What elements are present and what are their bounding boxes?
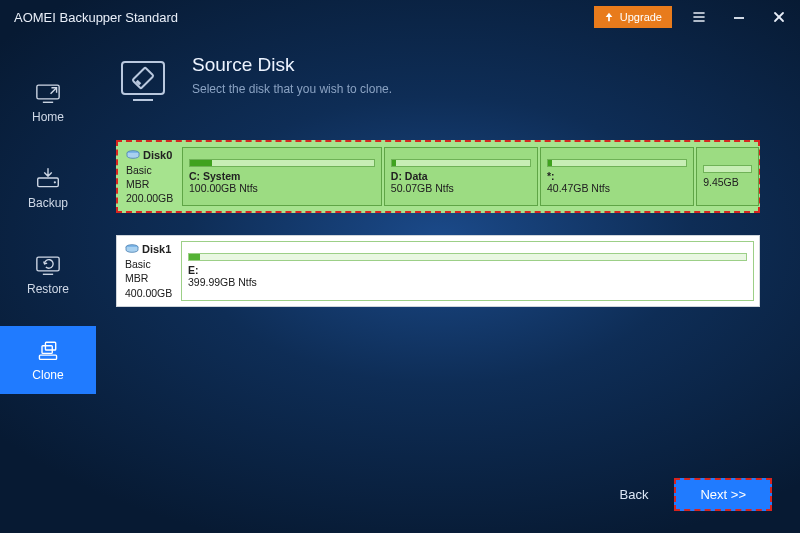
- disk-type: Basic MBR: [125, 257, 175, 285]
- minimize-icon: [732, 10, 746, 24]
- partition-size: 40.47GB Ntfs: [547, 182, 687, 194]
- upgrade-button[interactable]: Upgrade: [594, 6, 672, 28]
- usage-bar: [703, 165, 752, 173]
- sidebar-item-home[interactable]: Home: [0, 68, 96, 136]
- partition-size: 100.00GB Ntfs: [189, 182, 375, 194]
- source-disk-icon: [116, 56, 170, 104]
- app-window: AOMEI Backupper Standard Upgrade: [0, 0, 800, 533]
- app-title: AOMEI Backupper Standard: [14, 10, 594, 25]
- window-controls: [686, 4, 792, 30]
- usage-bar-fill: [190, 160, 212, 166]
- close-button[interactable]: [766, 4, 792, 30]
- partition-size: 50.07GB Ntfs: [391, 182, 531, 194]
- menu-button[interactable]: [686, 4, 712, 30]
- disk-name: Disk1: [142, 243, 171, 255]
- sidebar-item-label: Backup: [28, 196, 68, 210]
- partition-label: *:: [547, 170, 687, 182]
- partition[interactable]: C: System100.00GB Ntfs: [182, 147, 382, 206]
- sidebar-item-label: Restore: [27, 282, 69, 296]
- page-subtitle: Select the disk that you wish to clone.: [192, 82, 392, 96]
- partition-label: D: Data: [391, 170, 531, 182]
- disk-size: 200.00GB: [126, 191, 176, 205]
- clone-icon: [34, 338, 62, 362]
- restore-icon: [34, 252, 62, 276]
- usage-bar: [547, 159, 687, 167]
- next-button[interactable]: Next >>: [674, 478, 772, 511]
- page-header: Source Disk Select the disk that you wis…: [116, 54, 760, 104]
- back-button[interactable]: Back: [612, 481, 657, 508]
- window-body: Home Backup Restore: [0, 34, 800, 533]
- menu-icon: [692, 10, 706, 24]
- partition-size: 9.45GB: [703, 176, 752, 188]
- upgrade-button-label: Upgrade: [620, 11, 662, 23]
- disk-label: Disk1Basic MBR400.00GB: [117, 236, 181, 305]
- disk-icon: [125, 244, 139, 254]
- disk-row-disk1[interactable]: Disk1Basic MBR400.00GBE:399.99GB Ntfs: [116, 235, 760, 306]
- home-icon: [34, 80, 62, 104]
- svg-point-9: [54, 181, 56, 183]
- svg-rect-16: [132, 67, 153, 88]
- titlebar: AOMEI Backupper Standard Upgrade: [0, 0, 800, 34]
- sidebar: Home Backup Restore: [0, 34, 96, 533]
- sidebar-item-clone[interactable]: Clone: [0, 326, 96, 394]
- svg-rect-15: [122, 62, 164, 94]
- disk-row-disk0[interactable]: Disk0Basic MBR200.00GBC: System100.00GB …: [116, 140, 760, 213]
- footer: Back Next >>: [612, 478, 772, 511]
- partition[interactable]: *:40.47GB Ntfs: [540, 147, 694, 206]
- disk-list: Disk0Basic MBR200.00GBC: System100.00GB …: [116, 140, 760, 307]
- partition-list: E:399.99GB Ntfs: [181, 236, 759, 305]
- svg-rect-14: [39, 355, 56, 359]
- disk-name: Disk0: [143, 149, 172, 161]
- backup-icon: [34, 166, 62, 190]
- usage-bar-fill: [189, 254, 200, 260]
- disk-size: 400.00GB: [125, 286, 175, 300]
- main-panel: Source Disk Select the disk that you wis…: [96, 34, 800, 533]
- usage-bar: [189, 159, 375, 167]
- disk-type: Basic MBR: [126, 163, 176, 191]
- sidebar-item-label: Clone: [32, 368, 63, 382]
- usage-bar-fill: [392, 160, 396, 166]
- partition[interactable]: E:399.99GB Ntfs: [181, 241, 754, 300]
- close-icon: [772, 10, 786, 24]
- minimize-button[interactable]: [726, 4, 752, 30]
- usage-bar: [188, 253, 747, 261]
- partition[interactable]: 9.45GB: [696, 147, 759, 206]
- disk-icon: [126, 150, 140, 160]
- usage-bar-fill: [548, 160, 552, 166]
- sidebar-item-restore[interactable]: Restore: [0, 240, 96, 308]
- partition-label: E:: [188, 264, 747, 276]
- usage-bar: [391, 159, 531, 167]
- page-header-text: Source Disk Select the disk that you wis…: [192, 54, 392, 96]
- sidebar-item-label: Home: [32, 110, 64, 124]
- sidebar-item-backup[interactable]: Backup: [0, 154, 96, 222]
- disk-label: Disk0Basic MBR200.00GB: [118, 142, 182, 211]
- partition-list: C: System100.00GB NtfsD: Data50.07GB Ntf…: [182, 142, 758, 211]
- partition-size: 399.99GB Ntfs: [188, 276, 747, 288]
- page-title: Source Disk: [192, 54, 392, 76]
- partition-label: C: System: [189, 170, 375, 182]
- upgrade-arrow-icon: [604, 12, 614, 22]
- partition[interactable]: D: Data50.07GB Ntfs: [384, 147, 538, 206]
